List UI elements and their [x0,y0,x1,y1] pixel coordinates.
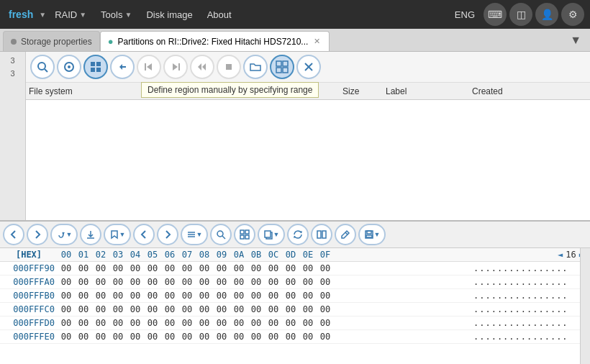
menu-item-tools[interactable]: Tools ▼ [95,6,137,23]
hex-byte-val[interactable]: 00 [282,263,299,274]
tab-partitions[interactable]: ● Partitions on RI::Drive2: Fixed Hitach… [100,31,330,51]
hex-byte-val[interactable]: 00 [144,304,161,315]
hex-back-btn[interactable] [3,224,24,245]
hex-byte-val[interactable]: 00 [178,317,196,329]
hex-byte-val[interactable]: 00 [196,331,213,342]
hex-byte-val[interactable]: 00 [265,331,282,342]
hex-byte-val[interactable]: 00 [161,276,178,288]
hex-list-btn[interactable]: ▼ [181,224,208,245]
tab-storage[interactable]: Storage properties [3,31,100,51]
hex-byte-val[interactable]: 00 [161,304,178,315]
hex-byte-val[interactable]: 00 [282,331,299,342]
hex-byte-val[interactable]: 00 [161,290,178,301]
hex-byte-val[interactable]: 00 [144,317,161,329]
hex-byte-val[interactable]: 00 [92,263,109,274]
hex-byte-val[interactable]: 00 [127,290,144,301]
prev-start-btn[interactable] [137,55,161,79]
hex-byte-val[interactable]: 00 [248,263,265,274]
hex-byte-val[interactable]: 00 [317,263,334,274]
hex-byte-val[interactable]: 00 [230,317,248,329]
hex-byte-val[interactable]: 00 [196,276,213,288]
add-region-btn[interactable] [270,55,294,79]
hex-split-btn[interactable] [311,224,332,245]
remove-btn[interactable] [296,55,321,79]
hex-byte-val[interactable]: 00 [75,304,92,315]
user-icon-btn[interactable]: 👤 [535,3,558,26]
menu-item-about[interactable]: About [201,6,237,23]
hex-byte-val[interactable]: 00 [213,276,230,288]
undo-btn[interactable] [110,55,135,79]
hex-page-prev-icon[interactable]: ◄ [558,250,563,260]
hex-byte-val[interactable]: 00 [75,263,92,274]
hex-byte-val[interactable]: 00 [230,263,248,274]
hex-search-btn[interactable] [210,224,232,245]
hex-byte-val[interactable]: 00 [299,263,317,274]
hex-byte-val[interactable]: 00 [92,304,109,315]
hex-byte-val[interactable]: 00 [127,276,144,288]
hex-download-btn[interactable] [80,224,101,245]
hex-byte-val[interactable]: 00 [92,331,109,342]
next-end-btn[interactable] [163,55,188,79]
hex-byte-val[interactable]: 00 [127,317,144,329]
hex-redo-btn[interactable]: ▼ [50,224,78,245]
hex-scrollbar[interactable] [580,248,590,364]
hex-byte-val[interactable]: 00 [299,331,317,342]
hex-byte-val[interactable]: 00 [161,331,178,342]
hex-byte-val[interactable]: 00 [317,317,334,329]
hex-byte-val[interactable]: 00 [178,290,196,301]
hex-byte-val[interactable]: 00 [213,331,230,342]
menu-item-raid[interactable]: RAID ▼ [49,6,92,23]
hex-byte-val[interactable]: 00 [161,263,178,274]
hex-left-btn[interactable] [133,224,155,245]
hex-byte-val[interactable]: 00 [213,263,230,274]
hex-grid-btn2[interactable] [234,224,255,245]
fast-fwd-btn[interactable] [190,55,214,79]
hex-save-btn[interactable]: ▼ [358,224,386,245]
menu-item-diskimage[interactable]: Disk image [140,6,198,23]
hex-byte-val[interactable]: 00 [92,276,109,288]
hex-byte-val[interactable]: 00 [299,290,317,301]
hex-byte-val[interactable]: 00 [265,263,282,274]
hex-bookmark-btn[interactable]: ▼ [104,224,131,245]
search-btn[interactable] [30,55,55,79]
hex-byte-val[interactable]: 00 [58,304,75,315]
hex-byte-val[interactable]: 00 [265,290,282,301]
hex-byte-val[interactable]: 00 [282,304,299,315]
hex-byte-val[interactable]: 00 [178,263,196,274]
hex-edit-btn[interactable] [335,224,356,245]
hex-byte-val[interactable]: 00 [196,317,213,329]
hex-byte-val[interactable]: 00 [299,304,317,315]
hex-byte-val[interactable]: 00 [144,276,161,288]
hex-byte-val[interactable]: 00 [109,331,127,342]
hex-forward-btn[interactable] [27,224,48,245]
hex-byte-val[interactable]: 00 [282,276,299,288]
hex-byte-val[interactable]: 00 [109,304,127,315]
hex-byte-val[interactable]: 00 [58,263,75,274]
hex-byte-val[interactable]: 00 [127,331,144,342]
hex-byte-val[interactable]: 00 [317,290,334,301]
hex-byte-val[interactable]: 00 [282,317,299,329]
keyboard-icon-btn[interactable]: ⌨ [484,3,507,26]
hex-refresh-btn[interactable] [287,224,309,245]
hex-byte-val[interactable]: 00 [230,276,248,288]
hex-byte-val[interactable]: 00 [58,331,75,342]
hex-byte-val[interactable]: 00 [178,276,196,288]
hex-byte-val[interactable]: 00 [282,290,299,301]
hex-byte-val[interactable]: 00 [144,331,161,342]
hex-byte-val[interactable]: 00 [265,317,282,329]
hex-byte-val[interactable]: 00 [248,317,265,329]
hex-byte-val[interactable]: 00 [265,304,282,315]
hex-byte-val[interactable]: 00 [248,276,265,288]
hex-byte-val[interactable]: 00 [213,317,230,329]
folder-btn[interactable] [243,55,268,79]
hex-byte-val[interactable]: 00 [213,304,230,315]
hex-byte-val[interactable]: 00 [248,290,265,301]
hex-byte-val[interactable]: 00 [92,317,109,329]
hex-byte-val[interactable]: 00 [75,317,92,329]
lvm-btn[interactable] [57,55,81,79]
film-icon-btn[interactable]: ◫ [509,3,532,26]
hex-byte-val[interactable]: 00 [58,317,75,329]
hex-byte-val[interactable]: 00 [161,317,178,329]
hex-byte-val[interactable]: 00 [230,304,248,315]
hex-byte-val[interactable]: 00 [299,317,317,329]
